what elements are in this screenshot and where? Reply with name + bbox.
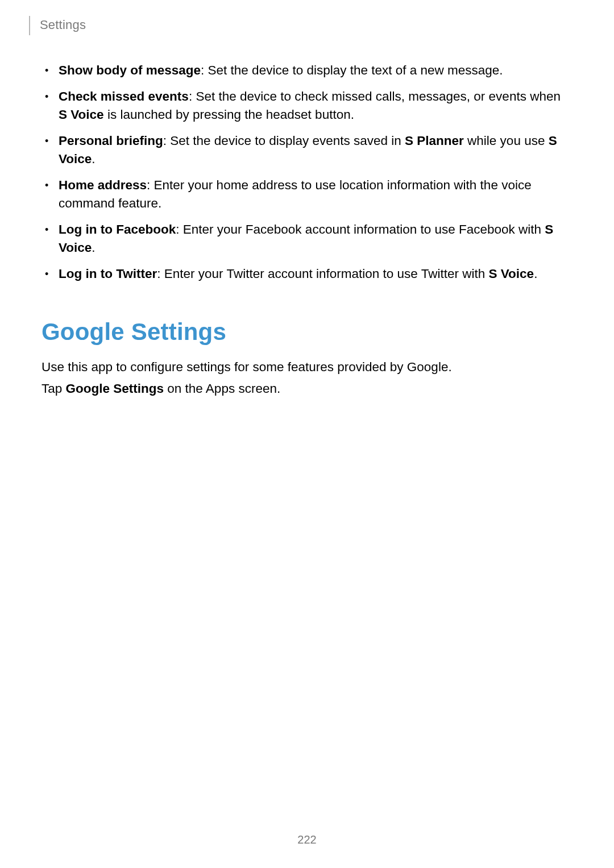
list-item: Log in to Twitter: Enter your Twitter ac… [59, 265, 570, 283]
paragraph-text: Use this app to configure settings for s… [42, 360, 452, 374]
feature-description: : Set the device to display the text of … [201, 63, 503, 77]
paragraph-text: Tap [42, 381, 66, 396]
feature-name: Show body of message [59, 63, 201, 77]
section-heading-google-settings: Google Settings [42, 318, 570, 346]
feature-name: Check missed events [59, 89, 189, 103]
feature-description: : Enter your Facebook account informatio… [176, 222, 545, 236]
paragraph-text: on the Apps screen. [164, 381, 280, 396]
feature-name: Log in to Facebook [59, 222, 176, 236]
feature-description: . [92, 240, 95, 255]
list-item: Personal briefing: Set the device to dis… [59, 132, 570, 168]
section-paragraph: Use this app to configure settings for s… [42, 358, 570, 376]
feature-description: is launched by pressing the headset butt… [104, 107, 354, 122]
list-item: Log in to Facebook: Enter your Facebook … [59, 221, 570, 257]
list-item: Show body of message: Set the device to … [59, 61, 570, 80]
list-item: Check missed events: Set the device to c… [59, 88, 570, 124]
feature-description: : Enter your Twitter account information… [157, 267, 488, 281]
feature-name: Log in to Twitter [59, 267, 157, 281]
feature-app-ref: S Planner [405, 134, 464, 148]
feature-description: : Set the device to check missed calls, … [189, 89, 561, 103]
feature-name: Home address [59, 178, 147, 192]
settings-feature-list: Show body of message: Set the device to … [42, 61, 570, 283]
page-content: Show body of message: Set the device to … [42, 61, 570, 398]
feature-app-ref: S Voice [59, 107, 104, 122]
page-number: 222 [0, 833, 614, 846]
feature-name: Personal briefing [59, 134, 163, 148]
feature-description: while you use [464, 134, 549, 148]
section-paragraph: Tap Google Settings on the Apps screen. [42, 380, 570, 398]
feature-description: : Set the device to display events saved… [163, 134, 405, 148]
list-item: Home address: Enter your home address to… [59, 176, 570, 213]
feature-app-ref: S Voice [489, 267, 534, 281]
app-name-ref: Google Settings [66, 381, 164, 396]
feature-description: . [92, 152, 95, 166]
header-divider [29, 16, 30, 35]
feature-description: . [534, 267, 537, 281]
header-breadcrumb: Settings [40, 18, 86, 32]
